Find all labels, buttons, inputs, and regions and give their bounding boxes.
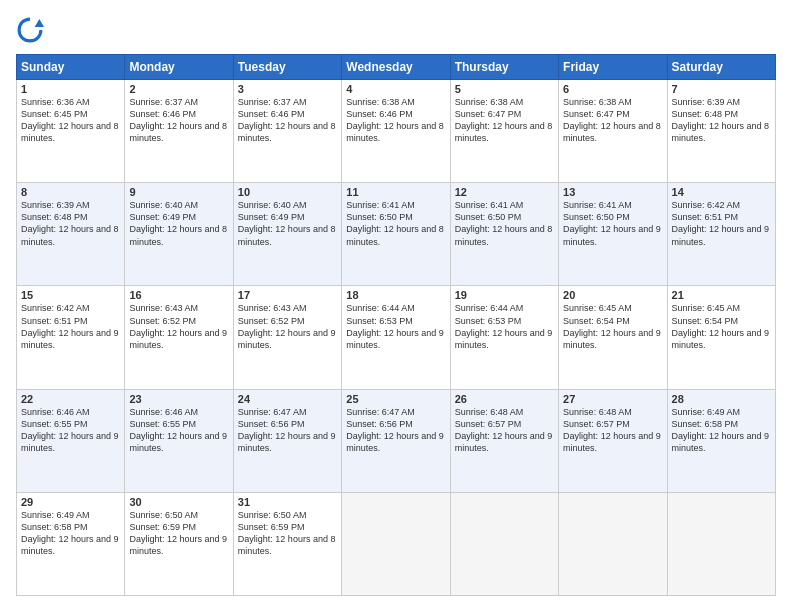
day-number: 9	[129, 186, 228, 198]
calendar-day-cell: 27 Sunrise: 6:48 AM Sunset: 6:57 PM Dayl…	[559, 389, 667, 492]
calendar-day-cell: 4 Sunrise: 6:38 AM Sunset: 6:46 PM Dayli…	[342, 80, 450, 183]
day-number: 6	[563, 83, 662, 95]
day-number: 3	[238, 83, 337, 95]
calendar-day-cell: 15 Sunrise: 6:42 AM Sunset: 6:51 PM Dayl…	[17, 286, 125, 389]
calendar-header-cell: Friday	[559, 55, 667, 80]
day-info: Sunrise: 6:46 AM Sunset: 6:55 PM Dayligh…	[21, 406, 120, 455]
day-number: 15	[21, 289, 120, 301]
calendar-day-cell: 5 Sunrise: 6:38 AM Sunset: 6:47 PM Dayli…	[450, 80, 558, 183]
day-info: Sunrise: 6:37 AM Sunset: 6:46 PM Dayligh…	[238, 96, 337, 145]
calendar-day-cell: 14 Sunrise: 6:42 AM Sunset: 6:51 PM Dayl…	[667, 183, 775, 286]
calendar-day-cell: 7 Sunrise: 6:39 AM Sunset: 6:48 PM Dayli…	[667, 80, 775, 183]
day-info: Sunrise: 6:46 AM Sunset: 6:55 PM Dayligh…	[129, 406, 228, 455]
calendar-day-cell: 20 Sunrise: 6:45 AM Sunset: 6:54 PM Dayl…	[559, 286, 667, 389]
calendar-week-row: 29 Sunrise: 6:49 AM Sunset: 6:58 PM Dayl…	[17, 492, 776, 595]
day-info: Sunrise: 6:38 AM Sunset: 6:46 PM Dayligh…	[346, 96, 445, 145]
day-number: 1	[21, 83, 120, 95]
day-info: Sunrise: 6:39 AM Sunset: 6:48 PM Dayligh…	[21, 199, 120, 248]
calendar-header-row: SundayMondayTuesdayWednesdayThursdayFrid…	[17, 55, 776, 80]
calendar-day-cell: 10 Sunrise: 6:40 AM Sunset: 6:49 PM Dayl…	[233, 183, 341, 286]
svg-marker-0	[35, 19, 44, 27]
calendar-day-cell: 30 Sunrise: 6:50 AM Sunset: 6:59 PM Dayl…	[125, 492, 233, 595]
day-number: 8	[21, 186, 120, 198]
day-info: Sunrise: 6:38 AM Sunset: 6:47 PM Dayligh…	[455, 96, 554, 145]
calendar-day-cell: 17 Sunrise: 6:43 AM Sunset: 6:52 PM Dayl…	[233, 286, 341, 389]
calendar-day-cell: 23 Sunrise: 6:46 AM Sunset: 6:55 PM Dayl…	[125, 389, 233, 492]
calendar-day-cell: 3 Sunrise: 6:37 AM Sunset: 6:46 PM Dayli…	[233, 80, 341, 183]
calendar-day-cell	[342, 492, 450, 595]
day-info: Sunrise: 6:41 AM Sunset: 6:50 PM Dayligh…	[455, 199, 554, 248]
header	[16, 16, 776, 44]
calendar-day-cell: 13 Sunrise: 6:41 AM Sunset: 6:50 PM Dayl…	[559, 183, 667, 286]
day-number: 18	[346, 289, 445, 301]
day-number: 14	[672, 186, 771, 198]
day-info: Sunrise: 6:49 AM Sunset: 6:58 PM Dayligh…	[21, 509, 120, 558]
logo	[16, 16, 48, 44]
day-number: 31	[238, 496, 337, 508]
day-info: Sunrise: 6:49 AM Sunset: 6:58 PM Dayligh…	[672, 406, 771, 455]
calendar-day-cell: 31 Sunrise: 6:50 AM Sunset: 6:59 PM Dayl…	[233, 492, 341, 595]
calendar-day-cell: 6 Sunrise: 6:38 AM Sunset: 6:47 PM Dayli…	[559, 80, 667, 183]
calendar-day-cell: 9 Sunrise: 6:40 AM Sunset: 6:49 PM Dayli…	[125, 183, 233, 286]
calendar-week-row: 8 Sunrise: 6:39 AM Sunset: 6:48 PM Dayli…	[17, 183, 776, 286]
day-info: Sunrise: 6:47 AM Sunset: 6:56 PM Dayligh…	[238, 406, 337, 455]
day-number: 20	[563, 289, 662, 301]
day-number: 22	[21, 393, 120, 405]
day-info: Sunrise: 6:40 AM Sunset: 6:49 PM Dayligh…	[238, 199, 337, 248]
day-number: 11	[346, 186, 445, 198]
calendar-day-cell	[559, 492, 667, 595]
calendar-day-cell: 24 Sunrise: 6:47 AM Sunset: 6:56 PM Dayl…	[233, 389, 341, 492]
calendar-day-cell: 8 Sunrise: 6:39 AM Sunset: 6:48 PM Dayli…	[17, 183, 125, 286]
day-info: Sunrise: 6:42 AM Sunset: 6:51 PM Dayligh…	[672, 199, 771, 248]
calendar-day-cell: 19 Sunrise: 6:44 AM Sunset: 6:53 PM Dayl…	[450, 286, 558, 389]
calendar-week-row: 15 Sunrise: 6:42 AM Sunset: 6:51 PM Dayl…	[17, 286, 776, 389]
day-info: Sunrise: 6:40 AM Sunset: 6:49 PM Dayligh…	[129, 199, 228, 248]
day-info: Sunrise: 6:47 AM Sunset: 6:56 PM Dayligh…	[346, 406, 445, 455]
calendar-day-cell: 29 Sunrise: 6:49 AM Sunset: 6:58 PM Dayl…	[17, 492, 125, 595]
day-number: 5	[455, 83, 554, 95]
day-info: Sunrise: 6:41 AM Sunset: 6:50 PM Dayligh…	[346, 199, 445, 248]
day-number: 12	[455, 186, 554, 198]
day-info: Sunrise: 6:45 AM Sunset: 6:54 PM Dayligh…	[563, 302, 662, 351]
day-info: Sunrise: 6:48 AM Sunset: 6:57 PM Dayligh…	[455, 406, 554, 455]
calendar-header-cell: Monday	[125, 55, 233, 80]
calendar-header-cell: Saturday	[667, 55, 775, 80]
day-number: 24	[238, 393, 337, 405]
day-info: Sunrise: 6:39 AM Sunset: 6:48 PM Dayligh…	[672, 96, 771, 145]
page: SundayMondayTuesdayWednesdayThursdayFrid…	[0, 0, 792, 612]
calendar-header-cell: Sunday	[17, 55, 125, 80]
day-info: Sunrise: 6:37 AM Sunset: 6:46 PM Dayligh…	[129, 96, 228, 145]
calendar-body: 1 Sunrise: 6:36 AM Sunset: 6:45 PM Dayli…	[17, 80, 776, 596]
day-number: 25	[346, 393, 445, 405]
day-info: Sunrise: 6:41 AM Sunset: 6:50 PM Dayligh…	[563, 199, 662, 248]
day-info: Sunrise: 6:45 AM Sunset: 6:54 PM Dayligh…	[672, 302, 771, 351]
day-number: 13	[563, 186, 662, 198]
day-number: 4	[346, 83, 445, 95]
calendar-day-cell: 11 Sunrise: 6:41 AM Sunset: 6:50 PM Dayl…	[342, 183, 450, 286]
calendar-day-cell: 25 Sunrise: 6:47 AM Sunset: 6:56 PM Dayl…	[342, 389, 450, 492]
day-number: 7	[672, 83, 771, 95]
day-info: Sunrise: 6:43 AM Sunset: 6:52 PM Dayligh…	[238, 302, 337, 351]
day-number: 23	[129, 393, 228, 405]
day-number: 17	[238, 289, 337, 301]
calendar-day-cell: 16 Sunrise: 6:43 AM Sunset: 6:52 PM Dayl…	[125, 286, 233, 389]
day-number: 16	[129, 289, 228, 301]
day-number: 10	[238, 186, 337, 198]
day-info: Sunrise: 6:44 AM Sunset: 6:53 PM Dayligh…	[346, 302, 445, 351]
day-info: Sunrise: 6:42 AM Sunset: 6:51 PM Dayligh…	[21, 302, 120, 351]
logo-icon	[16, 16, 44, 44]
calendar-header-cell: Thursday	[450, 55, 558, 80]
day-info: Sunrise: 6:48 AM Sunset: 6:57 PM Dayligh…	[563, 406, 662, 455]
day-number: 19	[455, 289, 554, 301]
calendar-day-cell: 26 Sunrise: 6:48 AM Sunset: 6:57 PM Dayl…	[450, 389, 558, 492]
day-number: 28	[672, 393, 771, 405]
calendar-day-cell: 12 Sunrise: 6:41 AM Sunset: 6:50 PM Dayl…	[450, 183, 558, 286]
calendar-header-cell: Wednesday	[342, 55, 450, 80]
day-number: 21	[672, 289, 771, 301]
calendar-day-cell	[450, 492, 558, 595]
day-info: Sunrise: 6:38 AM Sunset: 6:47 PM Dayligh…	[563, 96, 662, 145]
day-number: 29	[21, 496, 120, 508]
calendar-day-cell: 2 Sunrise: 6:37 AM Sunset: 6:46 PM Dayli…	[125, 80, 233, 183]
day-number: 2	[129, 83, 228, 95]
calendar-day-cell: 1 Sunrise: 6:36 AM Sunset: 6:45 PM Dayli…	[17, 80, 125, 183]
